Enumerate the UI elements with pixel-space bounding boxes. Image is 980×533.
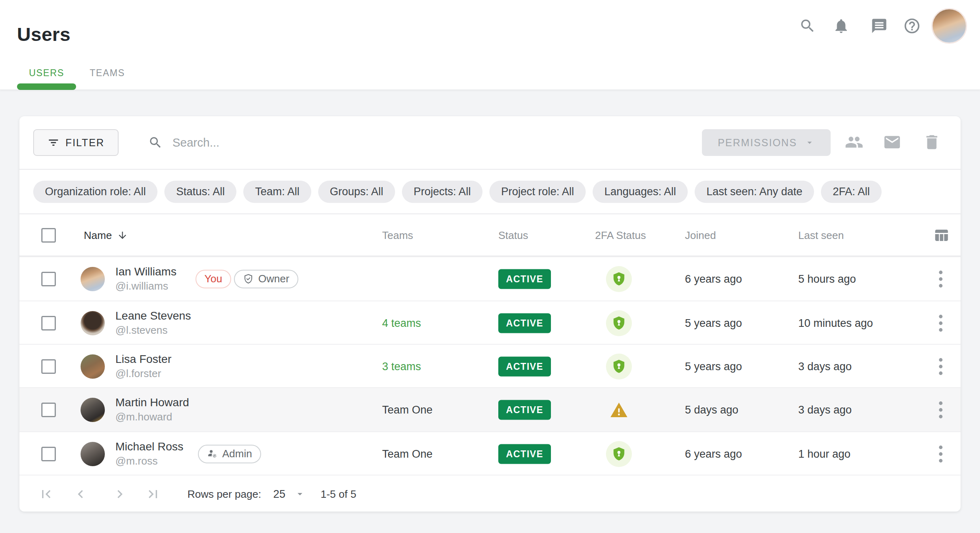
search-input[interactable]: [172, 136, 538, 150]
chevron-right-icon: [112, 486, 128, 502]
user-name: Lisa Foster: [115, 353, 172, 366]
bell-icon: [833, 17, 850, 34]
previous-page-button[interactable]: [70, 484, 91, 505]
chip-languages[interactable]: Languages: All: [593, 181, 688, 203]
chip-2fa[interactable]: 2FA: All: [821, 181, 882, 203]
search-icon: [799, 17, 816, 34]
2fa-enabled-icon: [606, 310, 632, 336]
2fa-enabled-icon: [606, 354, 632, 379]
messages-button[interactable]: [869, 16, 889, 36]
user-row-leane-stevens: Leane Stevens @l.stevens 4 teams ACTIVE …: [19, 301, 961, 345]
column-header-joined[interactable]: Joined: [685, 229, 716, 242]
row-checkbox[interactable]: [41, 272, 56, 286]
twofa-cell: [606, 266, 632, 292]
help-button[interactable]: [902, 16, 922, 36]
row-checkbox[interactable]: [41, 403, 56, 417]
admin-badge: Admin: [198, 445, 261, 463]
row-checkbox[interactable]: [41, 447, 56, 461]
next-page-button[interactable]: [109, 484, 130, 505]
row-menu-button[interactable]: [932, 267, 950, 291]
user-name: Ian Williams: [115, 265, 176, 278]
search-icon: [148, 135, 163, 150]
select-all-checkbox[interactable]: [41, 228, 56, 243]
column-header-name-label: Name: [84, 229, 112, 242]
page-range-label: 1-5 of 5: [321, 488, 356, 500]
users-card: FILTER PERMISSIONS Organization ro: [19, 116, 961, 512]
column-header-2fa[interactable]: 2FA Status: [595, 229, 646, 242]
chevron-down-icon: [804, 137, 815, 148]
user-row-lisa-foster: Lisa Foster @l.forster 3 teams ACTIVE 5 …: [19, 344, 961, 388]
first-page-button[interactable]: [36, 484, 57, 505]
user-name: Martin Howard: [115, 396, 189, 409]
row-menu-button[interactable]: [932, 311, 950, 335]
chip-status[interactable]: Status: All: [164, 181, 236, 203]
user-identity: Ian Williams @i.williams: [115, 265, 176, 292]
row-checkbox[interactable]: [41, 359, 56, 374]
permissions-button[interactable]: PERMISSIONS: [702, 129, 831, 156]
chip-organization-role[interactable]: Organization role: All: [33, 181, 157, 203]
avatar: [81, 354, 105, 379]
row-menu-button[interactable]: [932, 398, 950, 422]
user-handle: @l.stevens: [115, 324, 191, 337]
filter-button[interactable]: FILTER: [33, 129, 119, 156]
status-cell: ACTIVE: [498, 269, 551, 289]
column-header-teams[interactable]: Teams: [382, 229, 413, 242]
person-gear-icon: [207, 448, 218, 459]
add-to-group-button[interactable]: [843, 131, 865, 154]
row-menu-button[interactable]: [932, 354, 950, 379]
chip-projects[interactable]: Projects: All: [402, 181, 483, 203]
2fa-enabled-icon: [606, 441, 632, 467]
2fa-warning-icon: [609, 400, 629, 420]
teams-link[interactable]: 4 teams: [382, 317, 421, 329]
joined-cell: 5 years ago: [685, 317, 742, 329]
group-icon: [845, 133, 863, 151]
owner-badge: Owner: [234, 270, 298, 288]
tab-users[interactable]: USERS: [17, 64, 76, 82]
shield-check-icon: [243, 273, 254, 284]
status-badge: ACTIVE: [498, 444, 551, 464]
global-search-button[interactable]: [798, 16, 817, 36]
user-identity: Lisa Foster @l.forster: [115, 353, 172, 380]
delete-users-button[interactable]: [920, 131, 943, 154]
avatar: [81, 442, 105, 466]
notifications-button[interactable]: [831, 16, 851, 36]
chip-team[interactable]: Team: All: [243, 181, 311, 203]
email-users-button[interactable]: [881, 131, 903, 154]
chip-project-role[interactable]: Project role: All: [489, 181, 586, 203]
joined-cell: 6 years ago: [685, 273, 742, 285]
kebab-icon: [938, 401, 943, 419]
last-seen-cell: 3 days ago: [798, 403, 852, 416]
user-row-martin-howard: Martin Howard @m.howard Team One ACTIVE …: [19, 387, 961, 431]
rows-per-page-select[interactable]: 25: [273, 488, 306, 500]
column-header-last-seen[interactable]: Last seen: [798, 229, 844, 242]
twofa-cell: [606, 354, 632, 379]
active-tab-indicator: [17, 83, 76, 90]
tab-teams[interactable]: TEAMS: [84, 64, 130, 82]
chip-last-seen[interactable]: Last seen: Any date: [695, 181, 814, 203]
email-icon: [883, 133, 901, 151]
trash-icon: [923, 133, 941, 151]
you-badge-label: You: [204, 273, 222, 285]
permissions-button-label: PERMISSIONS: [718, 137, 797, 149]
table-toolbar: FILTER PERMISSIONS: [19, 116, 961, 169]
row-menu-button[interactable]: [932, 442, 950, 466]
kebab-icon: [938, 358, 943, 375]
teams-link[interactable]: 3 teams: [382, 360, 421, 373]
row-checkbox[interactable]: [41, 316, 56, 330]
chip-groups[interactable]: Groups: All: [318, 181, 395, 203]
filter-chips: Organization role: All Status: All Team:…: [19, 170, 961, 213]
user-identity: Leane Stevens @l.stevens: [115, 309, 191, 337]
kebab-icon: [938, 314, 943, 332]
columns-settings-button[interactable]: [931, 225, 952, 246]
admin-badge-label: Admin: [222, 448, 252, 460]
avatar: [81, 267, 105, 291]
owner-badge-label: Owner: [258, 273, 289, 285]
chat-icon: [871, 17, 888, 34]
user-name: Michael Ross: [115, 440, 183, 453]
user-menu-button[interactable]: [933, 9, 966, 43]
last-page-button[interactable]: [142, 484, 164, 505]
column-header-name[interactable]: Name: [84, 229, 128, 242]
table-header: Name Teams Status 2FA Status Joined Last…: [19, 214, 961, 256]
column-header-status[interactable]: Status: [498, 229, 528, 242]
joined-cell: 5 days ago: [685, 403, 738, 416]
